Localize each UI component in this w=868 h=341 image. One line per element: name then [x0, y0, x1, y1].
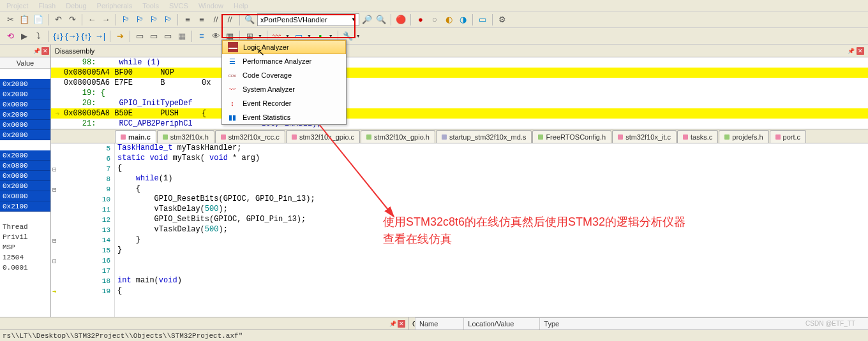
command-panel: 📌 ✕ [0, 317, 408, 330]
cut-icon[interactable]: ✂ [4, 13, 17, 26]
symbol-window-icon[interactable]: ▭ [161, 30, 174, 43]
watch-icon[interactable]: 👁 [209, 30, 222, 43]
code-line: static void myTask( void * arg) [117, 154, 868, 164]
panel-title: Disassembly [55, 47, 94, 55]
file-tab[interactable]: FreeRTOSConfig.h [532, 130, 611, 143]
breakpoint-kill-icon[interactable]: ◐ [442, 13, 455, 26]
bookmark-prev-icon[interactable]: 🏳 [133, 13, 146, 26]
file-tab[interactable]: port.c [770, 130, 807, 143]
disasm-window-icon[interactable]: ▭ [147, 30, 160, 43]
paste-icon[interactable]: 📄 [32, 13, 45, 26]
registers-icon[interactable]: ▦ [176, 30, 188, 43]
copy-icon[interactable]: 📋 [18, 13, 31, 26]
register-value[interactable]: 0x0000 [0, 99, 50, 110]
register-value[interactable]: 0x2000 [0, 130, 50, 140]
find-in-files-icon[interactable]: 🔎 [361, 13, 373, 26]
nav-fwd-icon[interactable]: → [100, 13, 112, 26]
code-line: { [117, 164, 868, 174]
show-next-icon[interactable]: ➔ [114, 30, 126, 43]
step-icon[interactable]: ⤵ [32, 30, 45, 43]
find-icon[interactable]: 🔍 [243, 13, 256, 26]
uncomment-icon[interactable]: // [223, 13, 236, 26]
col-type[interactable]: Type [539, 318, 585, 330]
menu-event-statistics[interactable]: ▮▮ Event Statistics [222, 110, 346, 124]
run-icon[interactable]: ▶ [18, 30, 31, 43]
code-line [117, 256, 868, 266]
register-value[interactable]: 0x0800 [0, 161, 50, 171]
bookmark-icon[interactable]: 🏳 [119, 13, 132, 26]
close-icon[interactable]: ✕ [857, 47, 864, 55]
breakpoint-enable-icon[interactable]: ◑ [456, 13, 469, 26]
menu-label: System Analyzer [243, 85, 295, 93]
register-value[interactable]: 0x0000 [0, 120, 50, 130]
menu-item[interactable]: Flash [33, 2, 61, 10]
register-value[interactable]: 0x2000 [0, 110, 50, 120]
register-value[interactable]: 0x0800 [0, 191, 50, 201]
breakpoint-icon[interactable]: ● [414, 13, 427, 26]
menu-performance-analyzer[interactable]: ☰ Performance Analyzer [222, 54, 346, 68]
file-tab[interactable]: stm32f10x_gpio.h [361, 130, 435, 143]
register-value[interactable]: 0x0000 [0, 171, 50, 181]
pin-icon[interactable]: 📌 [389, 321, 396, 327]
register-value[interactable]: 0x2000 [0, 79, 50, 89]
indent-icon[interactable]: ≡ [181, 13, 194, 26]
file-tab[interactable]: startup_stm32f10x_md.s [436, 130, 532, 143]
file-type-icon [366, 134, 371, 140]
disassembly-view[interactable]: 98: while (1) 0x080005A4 BF00 NOP 0x0800… [51, 57, 868, 129]
col-location[interactable]: Location/Value [463, 318, 539, 330]
menu-item[interactable]: SVCS [164, 2, 193, 10]
toolbar-main: ✂ 📋 📄 ↶ ↷ ← → 🏳 🏳 🏳 🏳 ≡ ≡ // // 🔍 xPortP… [0, 11, 868, 28]
file-tab[interactable]: projdefs.h [719, 130, 768, 143]
menu-item[interactable]: Help [228, 2, 253, 10]
register-value[interactable]: 0x2000 [0, 89, 50, 99]
register-value[interactable]: 0x2000 [0, 150, 50, 161]
callstack-icon[interactable]: ≡ [195, 30, 208, 43]
step-out-icon[interactable]: {↑} [80, 30, 93, 43]
file-tab[interactable]: main.c [115, 130, 156, 143]
file-tab[interactable]: stm32f10x_it.c [612, 130, 677, 143]
close-icon[interactable]: ✕ [398, 320, 405, 328]
menu-item[interactable]: Tools [137, 2, 164, 10]
file-tab[interactable]: stm32f10x_gpio.c [286, 130, 360, 143]
close-icon[interactable]: ✕ [41, 47, 49, 55]
undo-icon[interactable]: ↶ [52, 13, 64, 26]
file-tabs: main.cstm32f10x.hstm32f10x_rcc.cstm32f10… [51, 129, 868, 143]
menu-system-analyzer[interactable]: 〰 System Analyzer [222, 82, 346, 96]
nav-back-icon[interactable]: ← [86, 13, 98, 26]
cmd-window-icon[interactable]: ▭ [133, 30, 146, 43]
config-icon[interactable]: ⚙ [496, 13, 509, 26]
chevron-down-icon: ▼ [257, 34, 264, 38]
menu-item[interactable]: Project [1, 2, 33, 10]
incremental-find-icon[interactable]: 🔍 [375, 13, 387, 26]
menu-item[interactable]: Peripherals [92, 2, 138, 10]
run-to-cursor-icon[interactable]: →| [94, 30, 107, 43]
breakpoint-disable-icon[interactable]: ○ [428, 13, 441, 26]
menu-item[interactable]: Debug [61, 2, 91, 10]
file-tab[interactable]: stm32f10x.h [157, 130, 214, 143]
tab-label: main.c [128, 133, 151, 141]
pin-icon[interactable]: 📌 [848, 48, 855, 54]
event-recorder-icon: ↕ [227, 98, 237, 108]
register-value[interactable]: 0x2100 [0, 201, 50, 212]
menu-code-coverage[interactable]: cov Code Coverage [222, 68, 346, 82]
register-value[interactable]: 0x2000 [0, 181, 50, 191]
bookmark-next-icon[interactable]: 🏳 [147, 13, 160, 26]
debug-icon[interactable]: 🔴 [394, 13, 407, 26]
pin-icon[interactable]: 📌 [33, 48, 40, 54]
line-number: 17 [51, 266, 114, 276]
bookmark-clear-icon[interactable]: 🏳 [161, 13, 174, 26]
symbol-combo[interactable]: xPortPendSVHandler ▼ [257, 13, 359, 26]
outdent-icon[interactable]: ≡ [195, 13, 208, 26]
file-tab[interactable]: stm32f10x_rcc.c [215, 130, 285, 143]
comment-icon[interactable]: // [209, 13, 222, 26]
menu-item[interactable]: Window [193, 2, 228, 10]
step-into-icon[interactable]: {↓} [52, 30, 64, 43]
step-over-icon[interactable]: {→} [66, 30, 79, 43]
col-name[interactable]: Name [415, 318, 463, 330]
menu-event-recorder[interactable]: ↕ Event Recorder [222, 96, 346, 110]
file-tab[interactable]: tasks.c [677, 130, 718, 143]
redo-icon[interactable]: ↷ [66, 13, 79, 26]
menu-logic-analyzer[interactable]: ▬▬ Logic Analyzer [222, 40, 346, 54]
window-icon[interactable]: ▭ [476, 13, 489, 26]
reset-icon[interactable]: ⟲ [4, 30, 17, 43]
